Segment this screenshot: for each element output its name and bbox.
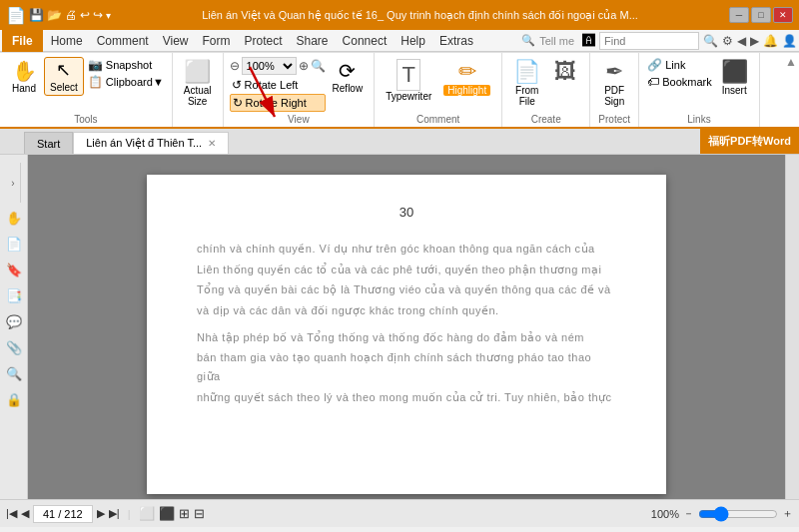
select-button[interactable]: ↖ Select [44,57,84,96]
pdf-sign-button[interactable]: ✒ PDFSign [596,57,632,109]
protect-menu[interactable]: Protect [239,30,289,52]
notification-icon[interactable]: 🔔 [763,34,778,48]
links-group-body: 🔗 Link 🏷 Bookmark ⬛ Insert [645,57,753,112]
tab-start-label: Start [37,138,60,150]
form-menu[interactable]: Form [197,30,237,52]
snapshot-button[interactable]: 📷 Snapshot [86,57,166,73]
reflow-button[interactable]: ⟳ Reflow [328,57,369,96]
minimize-button[interactable]: ─ [729,7,749,23]
fit-page-button[interactable]: ⬜ [139,506,155,521]
sidebar-bookmark-icon[interactable]: 🔖 [3,259,25,280]
qat-dropdown-btn[interactable]: ▾ [106,10,111,21]
bookmark-button[interactable]: 🏷 Bookmark [645,74,714,90]
tab-start[interactable]: Start [24,132,73,154]
nav-prev-icon[interactable]: ◀ [737,34,746,48]
from-file-button[interactable]: 📄 FromFile [508,57,545,109]
zoom-slider[interactable] [698,506,778,522]
menu-bar: File Home Comment View Form Protect Shar… [0,30,799,52]
tab-document-label: Liên án Việt đ Thiên T... [86,137,202,150]
from-file-label: FromFile [515,85,538,107]
next-page-button[interactable]: ▶ [97,507,105,520]
right-scrollbar[interactable] [785,155,799,499]
prev-page-button[interactable]: ◀ [21,507,29,520]
view-group-label: View [230,112,369,125]
highlight-button[interactable]: ✏ Highlight [438,57,495,98]
sidebar-attach-icon[interactable]: 📎 [3,336,25,358]
actual-size-button[interactable]: ⬜ ActualSize [179,57,217,109]
collapse-ribbon-button[interactable]: ▲ [785,55,797,69]
rotate-right-button[interactable]: ↻ Rotate Right [230,94,326,112]
rotate-left-button[interactable]: ↺ Rotate Left [230,77,326,93]
snapshot-label: Snapshot [106,59,152,71]
close-button[interactable]: ✕ [773,7,793,23]
select-label: Select [50,82,78,93]
highlight-icon: ✏ [458,59,476,85]
status-zoom-value: 100% [651,508,679,520]
zoom-select[interactable]: 100% 50% 75% 125% 150% [242,57,297,75]
sidebar-hand-icon[interactable]: ✋ [3,207,25,229]
fit-other1-button[interactable]: ⊞ [179,506,190,521]
quick-access-toolbar: 📄 💾 📂 🖨 ↩ ↪ ▾ [6,6,111,25]
actual-size-icon: ⬜ [184,59,211,85]
qat-undo-btn[interactable]: ↩ [80,8,90,22]
last-page-button[interactable]: ▶| [109,507,120,520]
file-menu[interactable]: File [2,30,43,52]
tools-group: ✋ Hand ↖ Select 📷 Snapshot 📋 Clipboard▼ [0,53,173,127]
sidebar-pages-icon[interactable]: 📄 [3,233,25,255]
zoom-search-icon[interactable]: 🔍 [311,59,326,73]
nav-next-icon[interactable]: ▶ [750,34,759,48]
help-menu[interactable]: Help [395,30,431,52]
find-input[interactable] [599,32,699,50]
document-paragraph-1: chính và chính quyền. Ví dụ như trên góc… [197,240,616,320]
doc-line-7: những quyết sách theo lý và theo mong mu… [197,388,616,407]
qat-print-btn[interactable]: 🖨 [65,8,77,22]
maximize-button[interactable]: □ [751,7,771,23]
create-group-label: Create [508,112,583,125]
connect-menu[interactable]: Connect [337,30,394,52]
typewriter-button[interactable]: T Typewriter [381,57,436,104]
page-input[interactable] [33,505,93,523]
ribbon-content: ✋ Hand ↖ Select 📷 Snapshot 📋 Clipboard▼ [0,53,799,129]
view-menu[interactable]: View [157,30,195,52]
sidebar-collapse-button[interactable]: › [7,163,21,203]
doc-line-1: chính và chính quyền. Ví dụ như trên góc… [197,240,616,259]
pdf-word-badge[interactable]: 福昕PDF转Word [700,128,799,154]
sidebar-search-icon[interactable]: 🔍 [3,362,25,384]
zoom-out-icon[interactable]: ⊖ [230,59,240,73]
sidebar-comments-icon[interactable]: 💬 [3,310,25,332]
insert-button[interactable]: ⬛ Insert [716,57,753,98]
comment-menu[interactable]: Comment [91,30,155,52]
protect-group-body: ✒ PDFSign [596,57,632,112]
create-group-body: 📄 FromFile 🖼 [508,57,583,112]
fit-width-button[interactable]: ⬛ [159,506,175,521]
comment-group-label: Comment [381,112,495,125]
hand-icon: ✋ [12,59,37,83]
product-icon: 🅰 [582,33,595,48]
share-menu[interactable]: Share [291,30,335,52]
extras-menu[interactable]: Extras [433,30,479,52]
doc-line-5: Nhà tập phép bố và Tổng thống và thống đ… [197,328,616,347]
clipboard-button[interactable]: 📋 Clipboard▼ [86,74,166,90]
qat-save-btn[interactable]: 💾 [29,8,44,22]
qat-open-btn[interactable]: 📂 [47,8,62,22]
settings-icon[interactable]: ⚙ [722,34,733,48]
create-image-button[interactable]: 🖼 [547,57,583,87]
first-page-button[interactable]: |◀ [6,507,17,520]
tab-document[interactable]: Liên án Việt đ Thiên T... ✕ [73,132,229,154]
link-button[interactable]: 🔗 Link [645,57,714,73]
zoom-in-icon[interactable]: ⊕ [299,59,309,73]
qat-redo-btn[interactable]: ↪ [93,8,103,22]
zoom-in-status-button[interactable]: ＋ [782,506,793,521]
sidebar-layers-icon[interactable]: 📑 [3,284,25,306]
fit-other2-button[interactable]: ⊟ [194,506,205,521]
hand-button[interactable]: ✋ Hand [6,57,42,96]
home-menu[interactable]: Home [45,30,89,52]
zoom-out-status-button[interactable]: － [683,506,694,521]
select-icon: ↖ [56,60,71,82]
user-icon[interactable]: 👤 [782,34,797,48]
sidebar-security-icon[interactable]: 🔒 [3,388,25,410]
tools-small-buttons: 📷 Snapshot 📋 Clipboard▼ [86,57,166,90]
find-go-icon[interactable]: 🔍 [703,34,718,48]
link-icon: 🔗 [647,58,662,72]
tab-close-button[interactable]: ✕ [208,138,216,149]
